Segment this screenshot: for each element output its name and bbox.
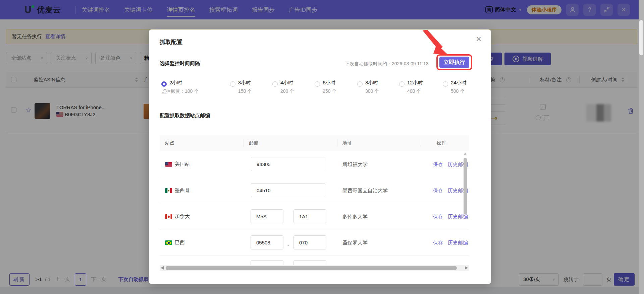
column-actions: 操作 bbox=[437, 140, 446, 146]
site-row-美国站: 美国站 斯坦福大学 保存 历史邮编 bbox=[160, 151, 469, 177]
page-scrollbar[interactable] bbox=[639, 0, 644, 294]
interval-quota: 500 个 bbox=[451, 88, 465, 94]
scroll-right-arrow[interactable] bbox=[465, 266, 468, 270]
interval-label: 6小时 bbox=[323, 80, 335, 86]
crawl-config-modal: 抓取配置 ✕ 选择监控时间间隔 下次自动抓取时间约：2026-03-09 11:… bbox=[149, 29, 491, 284]
site-table-body: 美国站 斯坦福大学 保存 历史邮编 墨西哥 墨西哥国立自治大学 保存 历史邮编 … bbox=[160, 151, 469, 255]
save-link[interactable]: 保存 bbox=[433, 214, 443, 220]
interval-label: 8小时 bbox=[365, 80, 378, 86]
radio-icon[interactable] bbox=[315, 81, 320, 87]
site-name: 巴西 bbox=[165, 239, 185, 246]
zip-input[interactable] bbox=[251, 183, 325, 197]
zip-input[interactable] bbox=[251, 157, 325, 171]
save-link[interactable]: 保存 bbox=[433, 188, 443, 194]
us-flag-icon bbox=[165, 162, 172, 167]
interval-options: 2小时监控额度：100 个3小时150 个4小时200 个6小时250 个8小时… bbox=[149, 78, 491, 98]
zipcode-section-label: 配置抓取数据站点邮编 bbox=[160, 113, 210, 119]
zip-input-partial[interactable] bbox=[251, 260, 283, 265]
interval-section-label: 选择监控时间间隔 bbox=[160, 60, 200, 67]
radio-icon[interactable] bbox=[161, 81, 167, 87]
mx-flag-icon bbox=[165, 188, 172, 193]
site-name: 墨西哥 bbox=[165, 187, 190, 194]
scroll-up-arrow[interactable] bbox=[464, 152, 467, 155]
interval-label: 12小时 bbox=[407, 80, 423, 86]
next-crawl-label: 下次自动抓取时间约： bbox=[345, 61, 392, 66]
scroll-left-arrow[interactable] bbox=[161, 266, 164, 270]
modal-title: 抓取配置 bbox=[160, 38, 182, 46]
zip-input-2[interactable] bbox=[293, 235, 326, 249]
scrollbar-thumb[interactable] bbox=[464, 158, 467, 215]
interval-label: 4小时 bbox=[280, 80, 293, 86]
site-address: 多伦多大学 bbox=[342, 214, 368, 220]
table-vertical-scrollbar[interactable] bbox=[463, 152, 468, 270]
interval-label: 24小时 bbox=[451, 80, 467, 86]
interval-quota: 150 个 bbox=[238, 88, 252, 94]
site-row-partial bbox=[160, 255, 469, 265]
interval-quota: 400 个 bbox=[407, 88, 421, 94]
scrollbar-thumb[interactable] bbox=[166, 266, 457, 270]
column-site: 站点 bbox=[165, 140, 174, 146]
column-address: 地址 bbox=[342, 140, 352, 146]
zip-separator: - bbox=[287, 242, 289, 248]
next-crawl-info: 下次自动抓取时间约：2026-03-09 11:13 bbox=[345, 61, 429, 67]
site-address: 圣保罗大学 bbox=[342, 240, 368, 246]
site-row-加拿大: 加拿大 多伦多大学 保存 历史邮编 bbox=[160, 203, 469, 229]
app-screen: 优麦云 关键词排名关键词卡位详情页排名搜索框拓词报告同步广告ID同步 简 简体中… bbox=[0, 0, 644, 294]
column-zip: 邮编 bbox=[249, 140, 258, 146]
zip-input-1[interactable] bbox=[251, 209, 283, 223]
br-flag-icon bbox=[165, 240, 172, 245]
site-table-header: 站点 邮编 地址 操作 bbox=[160, 135, 469, 151]
radio-icon[interactable] bbox=[357, 81, 363, 87]
next-crawl-time: 2026-03-09 11:13 bbox=[392, 61, 429, 66]
site-address: 墨西哥国立自治大学 bbox=[342, 188, 388, 194]
site-name: 加拿大 bbox=[165, 213, 190, 220]
site-address: 斯坦福大学 bbox=[342, 161, 368, 168]
column-divider bbox=[421, 139, 421, 147]
zip-input-2[interactable] bbox=[293, 209, 326, 223]
column-divider bbox=[244, 139, 244, 147]
save-link[interactable]: 保存 bbox=[433, 240, 443, 246]
execute-now-button[interactable]: 立即执行 bbox=[439, 57, 469, 68]
save-link[interactable]: 保存 bbox=[433, 161, 443, 168]
radio-icon[interactable] bbox=[399, 81, 405, 87]
table-horizontal-scrollbar[interactable] bbox=[160, 265, 469, 271]
column-divider bbox=[337, 139, 337, 147]
site-name: 美国站 bbox=[165, 161, 190, 167]
interval-label: 2小时 bbox=[169, 80, 182, 86]
scrollbar-thumb[interactable] bbox=[639, 20, 643, 55]
radio-icon[interactable] bbox=[443, 81, 448, 87]
interval-quota: 250 个 bbox=[323, 88, 336, 94]
interval-quota: 监控额度：100 个 bbox=[161, 88, 199, 94]
radio-icon[interactable] bbox=[230, 81, 235, 87]
radio-icon[interactable] bbox=[272, 81, 278, 87]
zip-input-1[interactable] bbox=[251, 235, 283, 249]
red-arrow-annotation bbox=[416, 29, 453, 58]
modal-close-icon[interactable]: ✕ bbox=[474, 35, 483, 44]
interval-quota: 200 个 bbox=[280, 88, 294, 94]
interval-quota: 300 个 bbox=[365, 88, 379, 94]
interval-label: 3小时 bbox=[238, 80, 251, 86]
site-row-墨西哥: 墨西哥 墨西哥国立自治大学 保存 历史邮编 bbox=[160, 177, 469, 203]
ca-flag-icon bbox=[165, 214, 172, 219]
zip-input-partial[interactable] bbox=[293, 260, 326, 265]
site-zipcode-table: 站点 邮编 地址 操作 美国站 斯坦福大学 保存 历史邮编 墨西哥 墨西哥国立自… bbox=[160, 135, 469, 265]
site-row-巴西: 巴西 圣保罗大学 保存 历史邮编 - bbox=[160, 229, 469, 255]
